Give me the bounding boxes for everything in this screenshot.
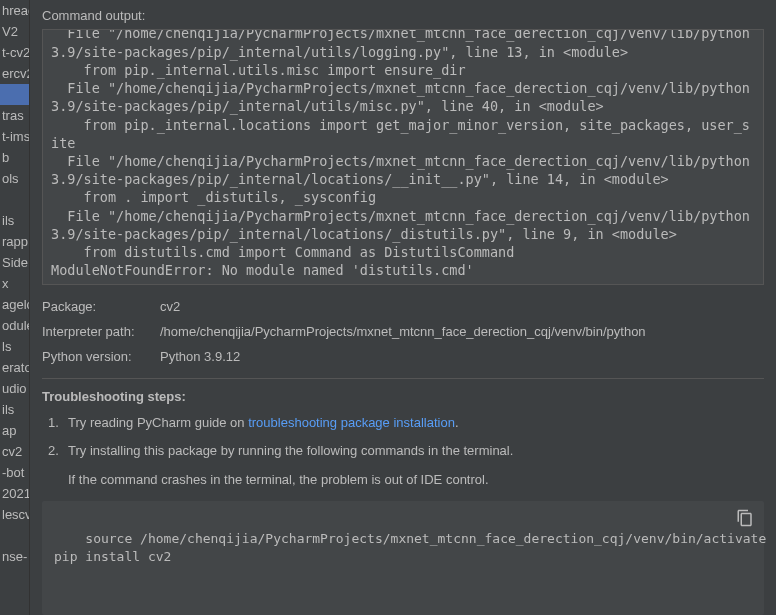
sidebar-item[interactable]: 2021 [0, 483, 29, 504]
sidebar-item[interactable]: ap [0, 420, 29, 441]
command-output-label: Command output: [42, 8, 764, 23]
sidebar-item[interactable] [0, 189, 29, 210]
python-version-value: Python 3.9.12 [160, 349, 764, 364]
troubleshooting-step-2-sub: If the command crashes in the terminal, … [42, 471, 764, 489]
sidebar-item[interactable]: nse- [0, 546, 29, 567]
troubleshooting-step-1: 1. Try reading PyCharm guide on troubles… [48, 414, 764, 432]
error-panel: Command output: e-packages/pip/_internal… [30, 0, 776, 615]
troubleshooting-link[interactable]: troubleshooting package installation [248, 415, 455, 430]
sidebar-item[interactable]: V2 [0, 21, 29, 42]
command-output-textarea[interactable]: e-packages/pip/_internal/configuration.p… [42, 29, 764, 285]
troubleshooting-header: Troubleshooting steps: [42, 389, 764, 404]
troubleshooting-step-2: 2. Try installing this package by runnin… [48, 442, 764, 460]
list-number: 1. [48, 414, 68, 432]
sidebar-item[interactable]: rapp [0, 231, 29, 252]
sidebar-item[interactable]: udio [0, 378, 29, 399]
step1-text-suffix: . [455, 415, 459, 430]
python-version-label: Python version: [42, 349, 160, 364]
sidebar-item[interactable]: t-ims [0, 126, 29, 147]
package-info: Package: cv2 Interpreter path: /home/che… [42, 299, 764, 364]
sidebar-item[interactable]: Side [0, 252, 29, 273]
sidebar-item[interactable]: lescv2 [0, 504, 29, 525]
suggested-commands[interactable]: source /home/chenqijia/PycharmProjects/m… [42, 501, 764, 615]
sidebar-item[interactable]: ils [0, 399, 29, 420]
sidebar-item[interactable]: ercv2 [0, 63, 29, 84]
sidebar-item[interactable]: ils [0, 210, 29, 231]
divider [42, 378, 764, 379]
copy-icon[interactable] [736, 509, 754, 527]
command-text: source /home/chenqijia/PycharmProjects/m… [54, 531, 766, 565]
step1-text-prefix: Try reading PyCharm guide on [68, 415, 248, 430]
sidebar-item[interactable]: t-cv2 [0, 42, 29, 63]
sidebar-item[interactable]: ols [0, 168, 29, 189]
list-number: 2. [48, 442, 68, 460]
sidebar-item[interactable]: tras [0, 105, 29, 126]
sidebar-item[interactable]: cv2 [0, 441, 29, 462]
sidebar-item[interactable]: -bot [0, 462, 29, 483]
sidebar-item[interactable]: erato [0, 357, 29, 378]
package-label: Package: [42, 299, 160, 314]
sidebar-item[interactable]: ls [0, 336, 29, 357]
sidebar-item[interactable]: agelc [0, 294, 29, 315]
sidebar-item[interactable] [0, 525, 29, 546]
sidebar-item[interactable] [0, 84, 29, 105]
interpreter-value: /home/chenqijia/PycharmProjects/mxnet_mt… [160, 324, 764, 339]
sidebar-item[interactable]: b [0, 147, 29, 168]
package-list-sidebar[interactable]: hreadsV2t-cv2ercv2 trast-imsbols ilsrapp… [0, 0, 30, 615]
sidebar-item[interactable]: x [0, 273, 29, 294]
step2-text: Try installing this package by running t… [68, 442, 513, 460]
sidebar-item[interactable]: hreads [0, 0, 29, 21]
interpreter-label: Interpreter path: [42, 324, 160, 339]
sidebar-item[interactable]: odule [0, 315, 29, 336]
package-value: cv2 [160, 299, 764, 314]
troubleshooting-list: 1. Try reading PyCharm guide on troubles… [42, 414, 764, 470]
